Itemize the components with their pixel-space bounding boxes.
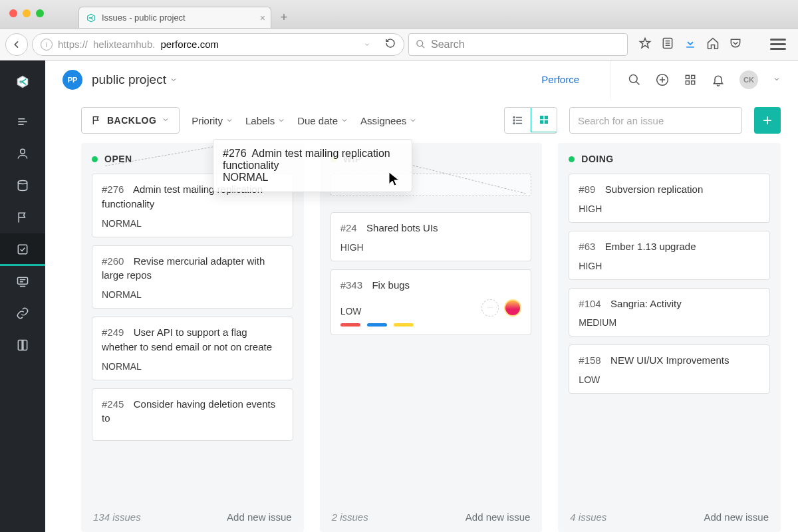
issue-count: 4 issues (570, 511, 606, 523)
svg-point-22 (513, 123, 515, 124)
downloads-icon[interactable] (684, 37, 697, 53)
home-icon[interactable] (706, 37, 720, 53)
add-assignee-icon[interactable]: ⋯ (481, 299, 499, 317)
site-info-icon[interactable]: i (41, 39, 53, 51)
filter-priority[interactable]: Priority (192, 115, 233, 126)
assignee-avatar[interactable] (504, 299, 521, 317)
issue-title: Shared bots UIs (366, 222, 438, 233)
close-tab-icon[interactable]: × (260, 13, 265, 23)
issue-labels (340, 323, 522, 327)
list-view-button[interactable] (505, 108, 531, 133)
issue-card[interactable]: #158 NEW UI/UX ImprovementsLOW (569, 344, 770, 394)
add-issue-link[interactable]: Add new issue (227, 511, 292, 523)
kanban-board: #276 Admin test mailing replication func… (45, 139, 798, 532)
close-window-button[interactable] (9, 9, 17, 17)
filter-labels[interactable]: Labels (245, 115, 285, 126)
issue-priority: HIGH (340, 242, 522, 253)
filter-due-date[interactable]: Due date (297, 115, 348, 126)
minimize-window-button[interactable] (23, 9, 31, 17)
issue-priority: NORMAL (102, 289, 283, 300)
create-button[interactable] (656, 73, 669, 86)
svg-rect-6 (666, 45, 670, 46)
project-switcher[interactable]: public project (92, 72, 178, 87)
org-link[interactable]: Perforce (541, 74, 579, 85)
issue-title: Subversion replication (605, 184, 704, 195)
nav-repos[interactable] (0, 170, 45, 201)
chevron-down-icon (170, 72, 178, 87)
reload-icon[interactable] (385, 38, 396, 51)
issue-card[interactable]: #24 Shared bots UIsHIGH (331, 212, 532, 261)
new-issue-button[interactable]: + (754, 107, 781, 134)
nav-people[interactable] (0, 138, 45, 170)
issue-card[interactable]: #89 Subversion replicationHIGH (569, 174, 770, 223)
board-view-button[interactable] (531, 107, 557, 132)
issue-card[interactable]: #104 Sangria: ActivityMEDIUM (569, 288, 770, 337)
issue-priority: LOW (340, 306, 362, 317)
nav-milestones[interactable] (0, 201, 45, 233)
issue-priority: NORMAL (102, 361, 283, 372)
issue-title: Revise mercurial adapter with large repo… (102, 255, 265, 281)
view-label: BACKLOG (107, 115, 156, 126)
issue-card[interactable]: #260 Revise mercurial adapter with large… (92, 245, 293, 309)
issue-priority: LOW (579, 374, 760, 385)
bookmark-icon[interactable] (638, 37, 652, 53)
view-toggle (504, 107, 557, 134)
issue-number: #63 (579, 241, 595, 252)
issue-number: #89 (579, 184, 595, 195)
status-dot (92, 156, 98, 162)
svg-rect-26 (545, 120, 548, 124)
user-avatar[interactable]: CK (739, 70, 758, 89)
nav-reviews[interactable] (0, 265, 45, 297)
app-logo[interactable] (11, 70, 35, 94)
address-bar[interactable]: i https://helixteamhub.perforce.com (32, 33, 404, 56)
column-doing: DOING #89 Subversion replicationHIGH#63 … (558, 143, 781, 532)
fullscreen-window-button[interactable] (36, 9, 44, 17)
reading-list-icon[interactable] (661, 37, 674, 53)
project-name: public project (92, 72, 166, 86)
column-open: OPEN #276 Admin test mailing replication… (81, 143, 304, 532)
nav-wiki[interactable] (0, 329, 45, 361)
back-button[interactable] (5, 33, 28, 56)
issue-count: 134 issues (93, 511, 141, 523)
issue-title: User API to support a flag whether to se… (102, 327, 272, 352)
menu-icon[interactable] (770, 39, 786, 50)
notifications-button[interactable] (712, 73, 725, 86)
view-selector[interactable]: BACKLOG (81, 107, 180, 134)
issue-card[interactable]: #249 User API to support a flag whether … (92, 317, 293, 380)
issue-priority: MEDIUM (579, 317, 760, 328)
issue-priority: NORMAL (102, 218, 283, 229)
search-button[interactable] (628, 73, 641, 86)
issue-number: #343 (340, 279, 362, 291)
svg-point-9 (19, 80, 22, 83)
svg-point-10 (21, 149, 25, 154)
issue-search-input[interactable] (569, 107, 742, 134)
app-header: PP public project Perforce CK (45, 61, 798, 99)
issue-title: Fix bugs (372, 279, 410, 291)
user-menu-chevron-icon[interactable] (773, 74, 781, 86)
search-icon (416, 39, 426, 49)
issue-number: #158 (579, 354, 600, 366)
browser-search-bar[interactable]: Search (408, 33, 628, 56)
svg-rect-25 (540, 120, 543, 124)
svg-point-20 (513, 117, 515, 118)
column-title: DOING (581, 154, 613, 164)
svg-rect-5 (666, 43, 670, 43)
issue-card[interactable]: #63 Ember 1.13 upgradeHIGH (569, 231, 770, 280)
nav-links[interactable] (0, 297, 45, 329)
url-dropdown-icon[interactable] (364, 39, 370, 50)
apps-button[interactable] (684, 73, 697, 86)
browser-tab[interactable]: Issues - public project × (78, 7, 271, 28)
new-tab-button[interactable]: + (275, 9, 293, 26)
issue-priority: HIGH (579, 261, 760, 271)
issue-number: #249 (102, 327, 124, 338)
filter-assignees[interactable]: Assignees (360, 115, 417, 126)
add-issue-link[interactable]: Add new issue (704, 511, 769, 523)
issue-card[interactable]: #343 Fix bugsLOW⋯ (331, 269, 532, 335)
dragging-card[interactable]: #276 Admin test mailing replication func… (213, 139, 412, 192)
nav-issues[interactable] (0, 233, 45, 265)
pocket-icon[interactable] (729, 37, 742, 53)
svg-rect-19 (692, 80, 695, 84)
nav-activity[interactable] (0, 106, 45, 138)
issue-card[interactable]: #245 Consider having deletion events to (92, 388, 293, 442)
add-issue-link[interactable]: Add new issue (466, 511, 531, 523)
